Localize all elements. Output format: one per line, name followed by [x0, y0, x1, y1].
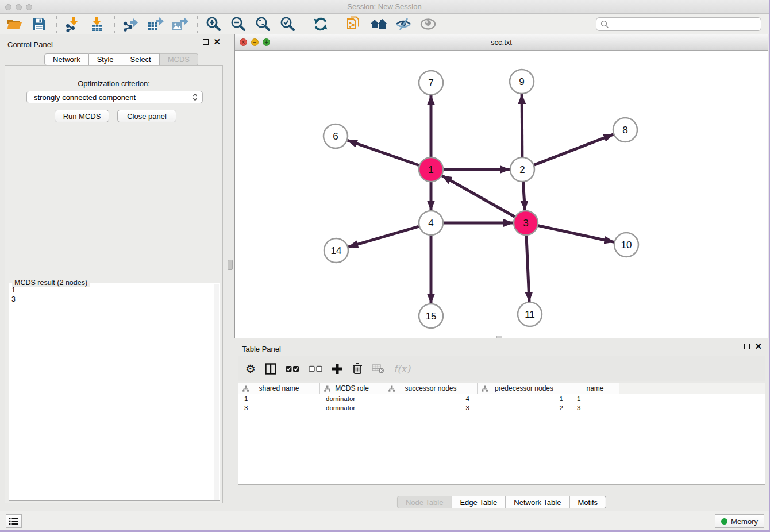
tab-style[interactable]: Style: [89, 53, 122, 65]
result-scrollbar[interactable]: [214, 284, 219, 500]
graph-node-3[interactable]: 3: [514, 211, 538, 235]
graph-edge-3-10[interactable]: [538, 226, 614, 242]
save-icon[interactable]: [29, 15, 49, 33]
table-row[interactable]: 3dominator323: [238, 403, 765, 413]
gear-icon[interactable]: ⚙: [245, 360, 256, 377]
table-tab-edge-table[interactable]: Edge Table: [452, 496, 506, 508]
graph-edge-3-11[interactable]: [526, 236, 529, 302]
graph-node-1[interactable]: 1: [419, 157, 443, 182]
table-tab-motifs[interactable]: Motifs: [569, 496, 606, 508]
export-table-icon[interactable]: [145, 15, 165, 33]
table-cell[interactable]: dominator: [320, 403, 384, 413]
node-label: 7: [428, 78, 433, 88]
tab-network[interactable]: Network: [44, 53, 89, 65]
node-label: 3: [523, 218, 528, 229]
table-cell[interactable]: dominator: [320, 394, 384, 403]
graph-node-15[interactable]: 15: [419, 304, 443, 328]
node-label: 2: [519, 164, 525, 175]
table-cell[interactable]: 1: [238, 394, 320, 403]
import-table-icon[interactable]: [87, 15, 107, 33]
node-table[interactable]: shared nameMCDS rolesuccessor nodesprede…: [238, 383, 765, 485]
columns-icon[interactable]: [265, 360, 276, 377]
open-folder-icon[interactable]: [5, 15, 24, 33]
column-header-shared-name[interactable]: shared name: [238, 383, 320, 394]
graph-edge-2-3[interactable]: [523, 182, 525, 210]
mcds-result-title: MCDS result (2 nodes): [12, 279, 90, 287]
network-canvas[interactable]: 7968124314101511: [235, 51, 768, 338]
tab-mcds[interactable]: MCDS: [160, 53, 198, 65]
table-cell[interactable]: 3: [571, 403, 619, 413]
table-cell[interactable]: 3: [238, 403, 320, 413]
run-mcds-button[interactable]: Run MCDS: [55, 110, 109, 122]
table-cell[interactable]: 1: [478, 394, 571, 403]
graph-node-8[interactable]: 8: [613, 118, 637, 142]
eye-slash-icon[interactable]: [394, 15, 413, 33]
close-panel-button[interactable]: Close panel: [117, 110, 176, 122]
graph-node-11[interactable]: 11: [518, 302, 542, 326]
export-network-icon[interactable]: [121, 15, 140, 33]
table-row[interactable]: 1dominator411: [238, 394, 765, 403]
close-table-panel-icon[interactable]: ✕: [754, 344, 762, 349]
graph-edge-2-8[interactable]: [534, 134, 614, 165]
graph-edge-4-14[interactable]: [348, 226, 419, 247]
table-cell[interactable]: 2: [478, 403, 571, 413]
graph-node-9[interactable]: 9: [510, 70, 534, 94]
add-row-icon[interactable]: [332, 360, 343, 377]
node-label: 4: [428, 218, 433, 229]
delete-row-icon[interactable]: [352, 360, 363, 377]
zoom-selected-icon[interactable]: [278, 15, 297, 33]
memory-label: Memory: [731, 517, 758, 526]
column-header-predecessor-nodes[interactable]: predecessor nodes: [478, 383, 571, 394]
app-window: Session: New Session: [0, 0, 769, 530]
copy-network-icon[interactable]: [344, 15, 364, 33]
search-input[interactable]: [609, 18, 761, 30]
graph-node-4[interactable]: 4: [419, 211, 443, 235]
toolbar-separator: [338, 16, 338, 33]
delete-table-icon[interactable]: [372, 360, 384, 377]
select-all-icon[interactable]: [286, 360, 299, 377]
graph-node-2[interactable]: 2: [510, 157, 534, 182]
graph-edge-3-1[interactable]: [442, 176, 515, 217]
unselect-all-icon[interactable]: [309, 360, 322, 377]
graph-edge-2-9[interactable]: [522, 94, 522, 157]
graph-node-14[interactable]: 14: [324, 238, 348, 263]
tree-icon: [324, 385, 330, 392]
column-header-MCDS-role[interactable]: MCDS role: [320, 383, 384, 394]
float-panel-icon[interactable]: [203, 39, 209, 45]
column-header-name[interactable]: name: [571, 383, 619, 394]
task-history-button[interactable]: [6, 514, 22, 528]
node-label: 6: [333, 131, 338, 142]
close-panel-icon[interactable]: ✕: [213, 39, 221, 45]
graph-edge-1-6[interactable]: [348, 140, 419, 165]
graph-node-7[interactable]: 7: [419, 71, 443, 95]
network-graph[interactable]: 7968124314101511: [235, 51, 768, 338]
table-cell[interactable]: 3: [384, 403, 478, 413]
table-tab-network-table[interactable]: Network Table: [506, 496, 569, 508]
function-builder-icon[interactable]: f(x): [394, 360, 410, 377]
table-cell[interactable]: 4: [384, 394, 478, 403]
float-table-panel-icon[interactable]: [744, 344, 750, 349]
graph-node-10[interactable]: 10: [614, 233, 638, 257]
graph-node-6[interactable]: 6: [324, 124, 348, 148]
zoom-out-icon[interactable]: [228, 15, 248, 33]
criterion-dropdown[interactable]: strongly connected component: [26, 91, 203, 103]
refresh-icon[interactable]: [311, 15, 330, 33]
export-image-icon[interactable]: [170, 15, 190, 33]
table-cell[interactable]: 1: [571, 394, 619, 403]
search-box[interactable]: [596, 17, 761, 31]
panel-splitter-grip[interactable]: [228, 260, 233, 270]
node-label: 15: [426, 311, 437, 322]
home-icon[interactable]: [369, 15, 388, 33]
column-header-successor-nodes[interactable]: successor nodes: [384, 383, 478, 394]
tree-icon: [242, 385, 249, 392]
eye-icon[interactable]: [418, 15, 438, 33]
mcds-result-box: MCDS result (2 nodes) 1 3: [9, 283, 220, 501]
table-panel: Table Panel ✕ ⚙: [234, 338, 769, 511]
import-network-icon[interactable]: [63, 15, 82, 33]
table-tab-node-table[interactable]: Node Table: [397, 496, 452, 508]
tab-select[interactable]: Select: [122, 53, 160, 65]
zoom-in-icon[interactable]: [203, 15, 223, 33]
zoom-fit-icon[interactable]: [253, 15, 272, 33]
node-label: 8: [622, 125, 627, 136]
memory-button[interactable]: Memory: [715, 514, 764, 528]
